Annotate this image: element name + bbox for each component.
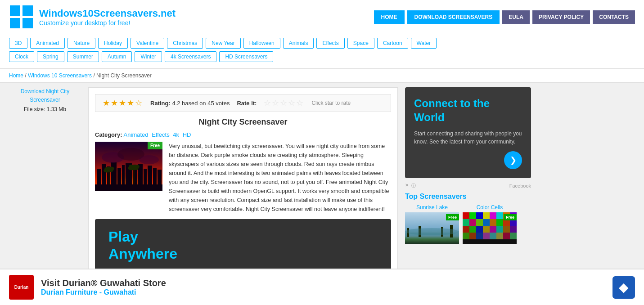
cat-christmas[interactable]: Christmas (167, 38, 203, 49)
svg-rect-55 (476, 226, 483, 233)
cat-4k[interactable]: 4k Screensavers (165, 51, 216, 62)
center-content: ★★★★☆ Rating: 4.2 based on 45 votes Rate… (88, 87, 398, 278)
cat-link-4k[interactable]: 4k (173, 131, 179, 138)
svg-rect-64 (483, 233, 490, 239)
rate-it-label: Rate it: (237, 100, 257, 107)
connect-title: Connect to the World (414, 96, 522, 124)
breadcrumb-section[interactable]: Windows 10 Screensavers (28, 72, 92, 79)
top-screensavers-section: Top Screensavers Sunrise Lake (405, 193, 531, 244)
site-tagline: Customize your desktop for free! (39, 19, 176, 27)
svg-rect-59 (503, 226, 510, 233)
cat-autumn[interactable]: Autumn (102, 51, 132, 62)
info-icon[interactable]: ⓘ (411, 183, 416, 189)
logo-text: Windows10Screensavers.net Customize your… (39, 8, 176, 27)
connect-desc: Start connecting and sharing with people… (414, 130, 522, 146)
cat-animated[interactable]: Animated (30, 38, 65, 49)
connect-box: Connect to the World Start connecting an… (405, 87, 531, 178)
play-line2: Anywhere (108, 245, 378, 262)
cat-hd[interactable]: HD Screensavers (219, 51, 273, 62)
breadcrumb: Home / Windows 10 Screensavers / Night C… (0, 69, 644, 83)
eula-button[interactable]: EULA (502, 10, 530, 24)
breadcrumb-current: Night City Screensaver (96, 72, 152, 79)
ad-logo: Durian (9, 275, 34, 283)
file-size: File size: 1.33 Mb (9, 106, 81, 112)
svg-rect-65 (490, 233, 496, 239)
svg-rect-57 (490, 226, 496, 233)
cat-clock[interactable]: Clock (9, 51, 34, 62)
cat-valentine[interactable]: Valentine (131, 38, 164, 49)
cat-space[interactable]: Space (347, 38, 374, 49)
rate-stars-input[interactable]: ☆☆☆☆☆ (264, 98, 304, 108)
svg-rect-1 (23, 5, 33, 16)
screensaver-image-container: Free (95, 142, 162, 214)
cat-water[interactable]: Water (411, 38, 437, 49)
svg-rect-6 (97, 169, 101, 184)
svg-rect-67 (503, 233, 510, 239)
svg-rect-39 (476, 212, 483, 219)
contacts-button[interactable]: CONTACTS (593, 10, 635, 24)
cat-link-effects[interactable]: Effects (152, 131, 170, 138)
top-screensavers-label: Top Screensavers (405, 193, 531, 201)
free-badge: Free (148, 142, 162, 149)
cat-holiday[interactable]: Holiday (98, 38, 128, 49)
category-row-2: Clock Spring Summer Autumn Winter 4k Scr… (9, 51, 635, 62)
svg-rect-56 (483, 226, 490, 233)
cat-summer[interactable]: Summer (67, 51, 99, 62)
category-line: Category: Animated Effects 4k HD (95, 131, 391, 138)
rating-value: 4.2 (172, 100, 180, 107)
svg-rect-66 (496, 233, 503, 239)
rating-stars-display: ★★★★☆ (103, 98, 143, 108)
header-nav: HOME DOWNLOAD SCREENSAVERS EULA PRIVACY … (374, 10, 635, 24)
svg-rect-18 (158, 170, 162, 185)
play-banner-title: Play Anywhere (108, 228, 378, 263)
ad-text-area: Visit Durian® Guwahati Store Durian Furn… (41, 278, 605, 283)
svg-point-35 (405, 228, 459, 235)
download-link[interactable]: Download Night City Screensaver (9, 87, 81, 104)
cat-spring[interactable]: Spring (37, 51, 64, 62)
ss-img-sunrise[interactable]: Free (405, 212, 459, 244)
close-ad-icon[interactable]: ✕ (405, 183, 409, 189)
cat-halloween[interactable]: Halloween (243, 38, 280, 49)
svg-rect-23 (133, 169, 135, 184)
rating-label: Rating: (150, 100, 171, 107)
connect-button[interactable]: ❯ (504, 151, 522, 169)
svg-rect-0 (10, 5, 20, 16)
ss-img-color-cells[interactable]: Free (463, 212, 517, 244)
play-line1: Play (108, 228, 378, 245)
cat-winter[interactable]: Winter (135, 51, 162, 62)
svg-rect-3 (23, 18, 33, 28)
cat-3d[interactable]: 3D (9, 38, 27, 49)
cat-cartoon[interactable]: Cartoon (377, 38, 408, 49)
screensaver-thumbs: Sunrise Lake (405, 204, 531, 244)
cat-link-hd[interactable]: HD (183, 131, 191, 138)
svg-rect-63 (476, 233, 483, 239)
cat-link-animated[interactable]: Animated (124, 131, 149, 138)
cat-effects[interactable]: Effects (316, 38, 344, 49)
svg-rect-60 (510, 226, 517, 233)
breadcrumb-home[interactable]: Home (9, 72, 23, 79)
home-button[interactable]: HOME (374, 10, 405, 24)
rating-votes: 45 votes (207, 100, 230, 107)
rating-bar: ★★★★☆ Rating: 4.2 based on 45 votes Rate… (95, 94, 391, 112)
svg-rect-53 (463, 226, 469, 233)
download-screensavers-button[interactable]: DOWNLOAD SCREENSAVERS (407, 10, 500, 24)
play-anywhere-banner: Play Anywhere (95, 219, 391, 272)
svg-rect-15 (144, 169, 147, 184)
svg-rect-61 (463, 233, 469, 239)
right-sidebar: Connect to the World Start connecting an… (405, 87, 531, 278)
cat-new-year[interactable]: New Year (206, 38, 240, 49)
svg-rect-11 (122, 165, 125, 185)
connect-ad-footer: ✕ ⓘ Facebook (405, 183, 531, 189)
privacy-policy-button[interactable]: PRIVACY POLICY (532, 10, 590, 24)
svg-rect-50 (496, 219, 503, 226)
ss-thumb-color-cells: Color Cells (463, 204, 517, 244)
svg-rect-19 (95, 184, 162, 191)
svg-rect-46 (469, 219, 476, 226)
svg-rect-10 (117, 168, 121, 186)
ad-cta-icon[interactable]: ◆ (612, 276, 635, 283)
site-header: Windows10Screensavers.net Customize your… (0, 0, 644, 34)
cat-nature[interactable]: Nature (68, 38, 95, 49)
cat-animals[interactable]: Animals (283, 38, 314, 49)
svg-rect-62 (469, 233, 476, 239)
ss-thumb-sunrise-lake: Sunrise Lake (405, 204, 459, 244)
